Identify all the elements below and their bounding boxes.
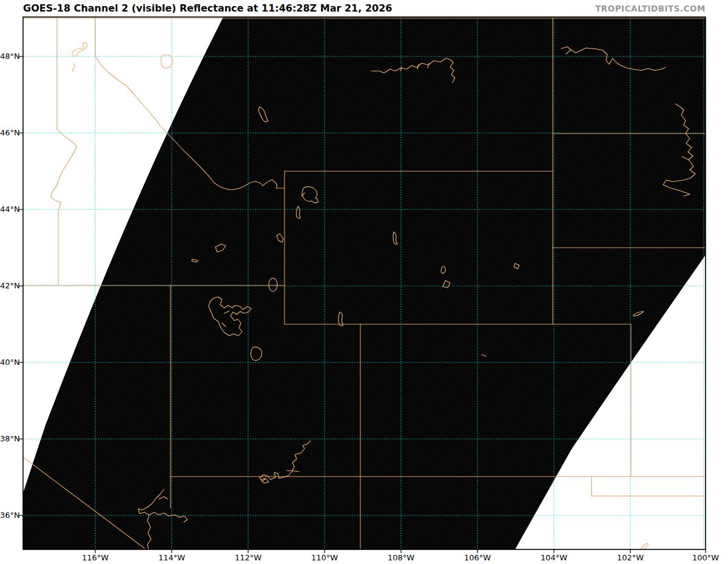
lon-tick-label: 104°W — [536, 553, 572, 563]
lon-tick-label: 116°W — [77, 553, 113, 563]
lon-tick-label: 108°W — [383, 553, 419, 563]
map-canvas — [0, 0, 728, 564]
lat-tick-label: 48°N — [0, 52, 18, 61]
lat-tick-label: 42°N — [0, 281, 18, 291]
lon-tick-label: 110°W — [306, 553, 343, 563]
lat-tick-label: 40°N — [0, 358, 18, 367]
lon-tick-label: 112°W — [230, 553, 266, 563]
lat-tick-label: 44°N — [0, 205, 18, 214]
satellite-map-figure: GOES-18 Channel 2 (visible) Reflectance … — [0, 0, 728, 564]
lat-tick-label: 36°N — [0, 511, 18, 520]
lon-tick-label: 114°W — [153, 553, 190, 563]
lon-tick-label: 100°W — [687, 553, 724, 563]
lat-tick-label: 38°N — [0, 434, 18, 444]
lon-tick-label: 106°W — [459, 553, 496, 563]
lat-tick-label: 46°N — [0, 128, 18, 138]
lon-tick-label: 102°W — [612, 553, 649, 563]
